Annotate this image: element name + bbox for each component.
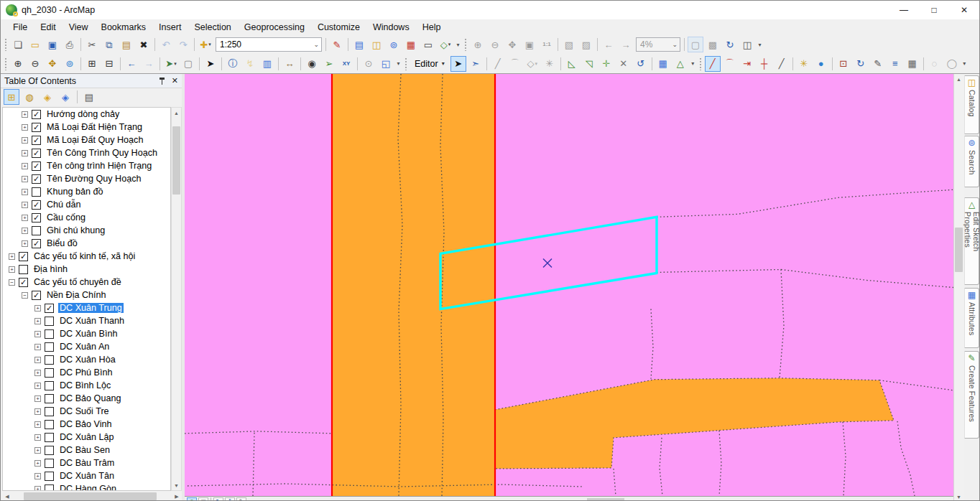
layer-label[interactable]: Các yếu tố chuyên đề xyxy=(32,277,123,287)
edit-tool-button[interactable]: ➤ xyxy=(450,56,466,72)
rotate-tool-button[interactable]: ↺ xyxy=(633,56,649,72)
editor-menu[interactable]: Editor▾ xyxy=(410,56,450,72)
topology-grid-button[interactable]: ▦ xyxy=(905,56,920,72)
toolbar-grip[interactable] xyxy=(405,57,407,70)
snap-point-button[interactable]: ╱ xyxy=(705,56,721,72)
layer-checkbox[interactable]: ✓ xyxy=(32,161,41,171)
snap-end-button[interactable]: ⌒ xyxy=(722,56,738,72)
layer-label[interactable]: DC Bàu Trâm xyxy=(58,458,116,468)
layer-label[interactable]: Chú dẫn xyxy=(45,200,83,210)
layer-checkbox[interactable] xyxy=(19,265,28,274)
toc-vertical-scrollbar[interactable]: ▲ ▼ xyxy=(171,107,182,491)
python-window-toggle-button[interactable]: ▭ xyxy=(420,37,436,52)
layer-checkbox[interactable] xyxy=(45,342,54,352)
layer-checkbox[interactable]: ✓ xyxy=(32,149,41,158)
layer-checkbox[interactable]: ✓ xyxy=(19,252,28,261)
expander-toggle[interactable]: + xyxy=(22,202,28,208)
topology-edit-tool-button[interactable]: ✎ xyxy=(870,56,886,72)
search-window-toggle-button[interactable]: ⊚ xyxy=(386,37,402,52)
shared-edge-button[interactable]: ≡ xyxy=(887,56,903,72)
snap-to-sketch-button[interactable]: ✳ xyxy=(796,56,812,72)
editor-toolbar-toggle-button[interactable]: ✎ xyxy=(329,37,345,52)
layer-label[interactable]: Biểu đồ xyxy=(45,238,79,248)
layout-zoom-in-button[interactable]: ⊕ xyxy=(470,37,486,52)
layer-checkbox[interactable]: ✓ xyxy=(32,213,41,223)
viewer-window-button[interactable]: ◱ xyxy=(378,56,394,72)
expander-toggle[interactable]: + xyxy=(22,111,28,118)
layer-checkbox[interactable]: ✓ xyxy=(45,304,54,313)
snap-midpoint-button[interactable]: ┼ xyxy=(757,56,772,72)
snap-edge-button[interactable]: ╱ xyxy=(774,56,790,72)
toolbar-overflow-button[interactable]: ▾ xyxy=(961,56,969,72)
expander-toggle[interactable]: + xyxy=(34,383,41,389)
map-canvas[interactable] xyxy=(185,74,953,496)
point-at-end-button[interactable]: ✳ xyxy=(542,56,558,72)
paste-button[interactable]: ▤ xyxy=(119,37,134,52)
layer-checkbox[interactable] xyxy=(45,381,54,390)
close-button[interactable]: ✕ xyxy=(949,1,979,19)
image-analysis-button[interactable]: ◫ xyxy=(739,37,755,52)
save-project-button[interactable]: ▣ xyxy=(45,37,60,52)
back-extent-button[interactable]: ← xyxy=(124,56,139,72)
layer-label[interactable]: Tên Công Trình Quy Hoạch xyxy=(45,148,159,158)
select-elements-button[interactable]: ➤ xyxy=(203,56,218,72)
expander-toggle[interactable]: + xyxy=(34,486,41,492)
attributes-window-button[interactable]: ▦ xyxy=(655,56,671,72)
table-of-contents-toggle-button[interactable]: ▤ xyxy=(351,37,367,52)
sketch-properties-button[interactable]: △ xyxy=(672,56,688,72)
tab-edit-sketch-properties[interactable]: △Edit Sketch Properties xyxy=(964,197,979,285)
map-topology-button[interactable]: ⊡ xyxy=(836,56,851,72)
find-route-button[interactable]: ➢ xyxy=(321,56,337,72)
list-by-source-button[interactable]: ◍ xyxy=(22,89,37,105)
expander-toggle[interactable]: + xyxy=(22,150,28,156)
scrollbar-thumb[interactable] xyxy=(587,498,624,501)
tab-create-features[interactable]: ✎Create Features xyxy=(964,351,979,439)
layer-checkbox[interactable]: ✓ xyxy=(32,123,41,132)
identify-button[interactable]: ⓘ xyxy=(225,56,241,72)
expander-toggle[interactable]: + xyxy=(34,408,41,415)
arctoolbox-toggle-button[interactable]: ▦ xyxy=(403,37,419,52)
expander-toggle[interactable]: + xyxy=(34,344,41,350)
fixed-zoom-out-button[interactable]: ⊟ xyxy=(101,56,117,72)
layer-checkbox[interactable] xyxy=(45,407,54,416)
layer-label[interactable]: Tên Đường Quy Hoạch xyxy=(45,174,143,184)
menu-customize[interactable]: Customize xyxy=(311,20,366,34)
print-button[interactable]: ⎙ xyxy=(62,37,78,52)
layer-label[interactable]: DC Bảo Vinh xyxy=(58,419,114,429)
expander-toggle[interactable]: + xyxy=(22,163,28,169)
expander-toggle[interactable]: + xyxy=(34,305,41,312)
menu-selection[interactable]: Selection xyxy=(188,20,237,34)
layer-checkbox[interactable] xyxy=(45,484,54,492)
arcglobe-button[interactable]: ● xyxy=(813,56,829,72)
toolbar-overflow-button[interactable]: ▾ xyxy=(394,56,402,72)
layer-checkbox[interactable]: ✓ xyxy=(32,174,41,184)
full-extent-button[interactable]: ⊚ xyxy=(62,56,78,72)
layer-checkbox[interactable] xyxy=(45,420,54,429)
toolbar-overflow-button[interactable]: ▾ xyxy=(454,37,462,52)
layout-zoom-width-button[interactable]: ▧ xyxy=(561,37,577,52)
toc-horizontal-scrollbar[interactable]: ◀ ▶ xyxy=(2,491,182,501)
layer-label[interactable]: DC Suối Tre xyxy=(58,406,111,416)
menu-insert[interactable]: Insert xyxy=(152,20,188,34)
map-vertical-scrollbar[interactable]: ▲ ▼ xyxy=(953,74,964,501)
layer-checkbox[interactable]: ✓ xyxy=(32,110,41,119)
expander-toggle[interactable]: + xyxy=(22,189,28,195)
minimize-button[interactable]: — xyxy=(889,1,919,19)
layer-label[interactable]: DC Xuân An xyxy=(58,342,111,352)
cut-polygons-button[interactable]: ◹ xyxy=(581,56,597,72)
layout-zoom-out-button[interactable]: ⊖ xyxy=(487,37,503,52)
layout-zoom-whole-page-button[interactable]: ▣ xyxy=(522,37,537,52)
add-data-button[interactable]: ✚▾ xyxy=(198,37,213,52)
layout-view-button[interactable]: ▢ xyxy=(198,497,208,501)
layer-checkbox[interactable]: ✓ xyxy=(32,136,41,145)
reshape-feature-button[interactable]: ◺ xyxy=(564,56,580,72)
scrollbar-thumb[interactable] xyxy=(24,492,157,500)
layer-checkbox[interactable] xyxy=(45,355,54,365)
zoom-out-button[interactable]: ⊖ xyxy=(27,56,43,72)
layer-checkbox[interactable]: ✓ xyxy=(32,291,41,300)
layer-label[interactable]: Cầu cống xyxy=(45,212,87,223)
maximize-button[interactable]: □ xyxy=(919,1,949,19)
data-view-button[interactable]: ◍ xyxy=(187,497,197,501)
expander-toggle[interactable]: + xyxy=(9,266,15,273)
fixed-zoom-in-button[interactable]: ⊞ xyxy=(84,56,100,72)
